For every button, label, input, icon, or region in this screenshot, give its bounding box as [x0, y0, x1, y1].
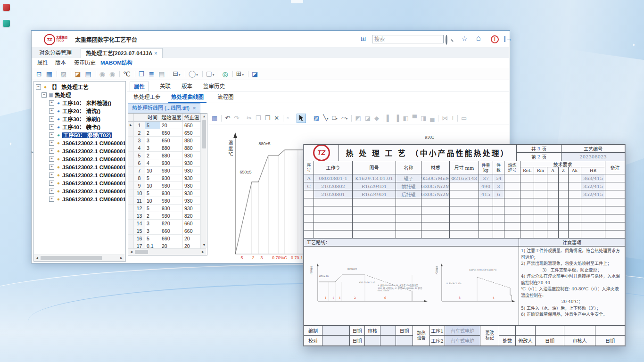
cell-start-temp[interactable]: 660 [160, 227, 183, 235]
scroll-left-icon[interactable]: ◄ [34, 255, 40, 261]
marquee-icon[interactable]: ▫ [287, 114, 289, 123]
scroll-thumb[interactable] [135, 250, 148, 254]
tab-mabom-structure[interactable]: MABOM结构 [100, 58, 132, 68]
tree-expander-icon[interactable]: + [49, 197, 54, 202]
search-folder-icon[interactable]: ◎ [223, 70, 228, 78]
ungroup-icon[interactable]: ◪ [365, 114, 371, 123]
image-icon[interactable]: ▨ [60, 70, 66, 78]
paste-icon[interactable]: ❒ [265, 114, 271, 123]
doc-list-icon[interactable]: ▤ [158, 70, 165, 78]
scroll-up-icon[interactable]: ▲ [201, 114, 207, 119]
tree-expander-icon[interactable]: − [41, 92, 47, 98]
copy-icon[interactable]: ❐ [256, 114, 261, 123]
desktop-icon[interactable] [3, 4, 10, 11]
chart-icon[interactable]: ◪ [74, 70, 81, 78]
polygon-tool-icon[interactable]: ▱▾ [341, 114, 348, 123]
search-input[interactable] [372, 35, 444, 43]
globe-icon[interactable]: ◯▾ [189, 69, 198, 79]
calendar-edit-icon[interactable]: ▤ [85, 70, 91, 78]
cell-start-temp[interactable]: 660 [160, 235, 183, 242]
open-window-icon[interactable]: ⊡ [36, 70, 42, 78]
scroll-thumb[interactable] [202, 120, 206, 148]
cell-start-temp[interactable]: 930 [160, 159, 183, 167]
tab-detail-version[interactable]: 版本 [178, 82, 196, 91]
cell-end-temp[interactable]: 660 [183, 220, 201, 227]
align-middle-icon[interactable]: ◨ [421, 114, 426, 123]
tab-flow-chart[interactable]: 流程图 [215, 92, 237, 102]
cell-time[interactable]: 4 [145, 159, 160, 167]
tree-expander-icon[interactable]: + [49, 124, 54, 130]
cell-time[interactable]: 2 [145, 212, 160, 220]
db-edit-icon[interactable]: ⊞▾ [236, 69, 244, 79]
scroll-right-icon[interactable]: ► [118, 255, 124, 261]
tree-expander-icon[interactable]: + [49, 140, 54, 146]
scroll-left-icon[interactable]: ◄ [128, 249, 134, 255]
cell-start-temp[interactable]: 930 [160, 197, 183, 205]
cell-start-temp[interactable]: 930 [160, 174, 183, 182]
tree-item-part-1[interactable]: +●JS06123002-1 CM0600011215 [34, 147, 125, 155]
tab-object-classification[interactable]: 对象分类管理 [34, 48, 76, 58]
cell-time[interactable]: 3 [145, 227, 160, 235]
delete-icon[interactable]: ✕ [274, 114, 279, 123]
cell-end-temp[interactable]: 880 [183, 137, 201, 144]
temperature-icon[interactable]: ℃ [123, 70, 131, 78]
tab-heat-treatment-process[interactable]: 热处理工艺[2023-07-04JJA× [81, 48, 163, 58]
list-icon[interactable]: ≣ [149, 70, 154, 78]
insert-image-icon[interactable]: ▨ [314, 114, 319, 123]
redo-icon[interactable]: ↷ [234, 114, 239, 123]
cell-start-temp[interactable]: 930 [160, 189, 183, 197]
tab-sign-history[interactable]: 签审历史 [74, 58, 96, 68]
magnifier-icon[interactable] [446, 35, 447, 45]
cell-start-temp[interactable]: 880 [160, 152, 183, 159]
cell-end-temp[interactable]: 660 [183, 227, 201, 235]
undo-icon[interactable]: ↶ [225, 114, 230, 123]
tree-expander-icon[interactable]: + [49, 148, 54, 154]
tree-expander-icon[interactable]: + [49, 156, 54, 162]
cell-end-temp[interactable]: 820 [183, 212, 201, 220]
compare-search-icon[interactable]: ⊞ [361, 35, 366, 42]
cell-end-temp[interactable]: 930 [183, 152, 201, 159]
cell-end-temp[interactable]: 930 [183, 159, 201, 167]
tree-expander-icon[interactable]: + [49, 116, 54, 122]
scroll-thumb[interactable] [41, 256, 102, 260]
align-top-icon[interactable]: ▀ [413, 114, 417, 123]
cell-end-temp[interactable]: 650 [183, 122, 201, 129]
align-center-icon[interactable]: ▐ [395, 114, 399, 123]
save-icon[interactable]: ▦ [46, 70, 52, 78]
cursor-icon[interactable] [297, 114, 306, 123]
home-icon[interactable]: ⌂ [476, 34, 481, 42]
cell-time[interactable]: 10 [145, 197, 160, 205]
tree-expander-icon[interactable]: + [49, 173, 54, 178]
tree-expander-icon[interactable]: + [49, 189, 54, 194]
file-tab-close-icon[interactable]: × [193, 105, 196, 111]
rect-tool-icon[interactable]: □▾ [332, 114, 337, 123]
cell-start-temp[interactable]: 930 [160, 205, 183, 212]
cell-end-temp[interactable]: 650 [183, 129, 201, 137]
cell-time[interactable]: 10 [145, 182, 160, 189]
tree-item-op20[interactable]: +◕工序20： 清洗() [34, 107, 125, 115]
cell-end-temp[interactable]: 20 [183, 235, 201, 242]
tree-item-part-2[interactable]: +●JS06123002-1 CM0600011215 [34, 155, 125, 163]
tree-item-part-3[interactable]: +●JS06123002-1 CM0600011215 [34, 163, 125, 171]
rotate-icon[interactable]: ◆ [374, 114, 379, 123]
cell-time[interactable]: 3 [145, 137, 160, 144]
tab-version[interactable]: 版本 [55, 58, 66, 68]
tree-horizontal-scrollbar[interactable]: ◄ ► [34, 255, 124, 261]
cell-time[interactable]: 5 [145, 205, 160, 212]
cell-start-temp[interactable]: 820 [160, 220, 183, 227]
align-right-icon[interactable]: ◧ [403, 114, 408, 123]
cell-end-temp[interactable]: 930 [183, 174, 201, 182]
tree-expander-icon[interactable]: + [49, 108, 54, 114]
align-bottom-icon[interactable]: ▄ [430, 114, 434, 123]
cell-start-temp[interactable]: 20 [160, 122, 183, 129]
tree-item-op40[interactable]: +◕工序40： 装卡() [34, 123, 125, 131]
tree-expander-icon[interactable]: + [49, 132, 54, 138]
cell-start-temp[interactable]: 650 [160, 129, 183, 137]
cell-time[interactable]: 10 [145, 167, 160, 174]
cell-time[interactable]: 2 [145, 152, 160, 159]
cell-end-temp[interactable]: 930 [183, 205, 201, 212]
cell-end-temp[interactable]: 880 [183, 144, 201, 152]
cell-end-temp[interactable]: 930 [183, 182, 201, 189]
cell-time[interactable]: 2 [145, 129, 160, 137]
user-icon[interactable]: ◉ [99, 70, 105, 78]
